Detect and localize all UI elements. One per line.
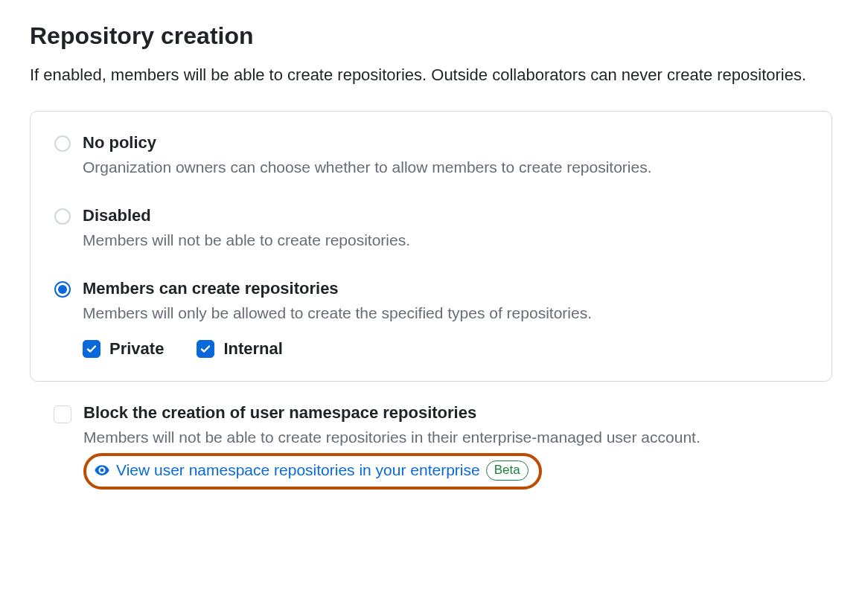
checkbox-private[interactable] <box>83 340 100 358</box>
view-namespace-link[interactable]: View user namespace repositories in your… <box>116 461 480 479</box>
option-members-can-create[interactable]: Members can create repositories Members … <box>54 278 808 359</box>
radio-disabled[interactable] <box>54 208 71 225</box>
option-title: Members can create repositories <box>83 278 808 300</box>
checkbox-label: Internal <box>223 339 282 359</box>
repo-type-private[interactable]: Private <box>83 339 164 359</box>
option-description: Members will not be able to create repos… <box>83 426 808 448</box>
option-title: Disabled <box>83 205 808 227</box>
eye-icon <box>94 462 110 478</box>
below-panel: Block the creation of user namespace rep… <box>30 382 832 490</box>
section-description: If enabled, members will be able to crea… <box>30 63 832 87</box>
beta-badge: Beta <box>486 461 529 481</box>
option-description: Organization owners can choose whether t… <box>83 156 808 178</box>
option-title: No policy <box>83 132 808 154</box>
option-disabled[interactable]: Disabled Members will not be able to cre… <box>54 205 808 251</box>
repo-type-checkboxes: Private Internal <box>83 339 808 359</box>
policy-panel: No policy Organization owners can choose… <box>30 111 832 382</box>
option-block-user-namespace[interactable]: Block the creation of user namespace rep… <box>54 402 808 490</box>
repo-type-internal[interactable]: Internal <box>197 339 282 359</box>
option-description: Members will only be allowed to create t… <box>83 302 808 324</box>
option-title: Block the creation of user namespace rep… <box>83 402 808 424</box>
checkbox-internal[interactable] <box>197 340 214 358</box>
highlight-ring: View user namespace repositories in your… <box>83 453 542 490</box>
radio-no-policy[interactable] <box>54 135 71 152</box>
option-description: Members will not be able to create repos… <box>83 229 808 251</box>
section-heading: Repository creation <box>30 22 832 50</box>
checkbox-label: Private <box>109 339 164 359</box>
option-no-policy[interactable]: No policy Organization owners can choose… <box>54 132 808 179</box>
radio-members-can-create[interactable] <box>54 281 71 298</box>
checkbox-block-user-namespace[interactable] <box>54 405 71 423</box>
